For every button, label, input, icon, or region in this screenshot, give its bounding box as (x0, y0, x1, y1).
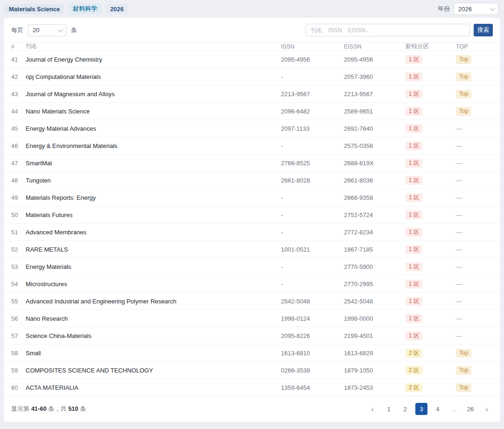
top-cell: — (456, 229, 493, 236)
table-row: 41 Journal of Energy Chemistry 2095-4956… (4, 51, 500, 68)
row-issn: 2096-6482 (281, 108, 344, 115)
row-index: 56 (11, 315, 26, 322)
zone-cell: 1 区 (406, 297, 456, 306)
top-cell: — (456, 194, 493, 201)
top-badge: Top (456, 107, 471, 116)
row-eissn: 1998-0000 (344, 315, 406, 322)
per-page-select[interactable]: 20 (28, 24, 66, 36)
table-row: 52 RARE METALS 1001-0521 1867-7185 1 区 — (4, 241, 500, 258)
row-issn: - (281, 211, 344, 218)
zone-badge: 2 区 (406, 383, 422, 392)
page-button-4[interactable]: 4 (432, 403, 444, 415)
row-journal-name: RARE METALS (26, 246, 281, 253)
page-button-3[interactable]: 3 (415, 403, 427, 415)
row-journal-name: npj Computational Materials (26, 73, 281, 80)
page-button-1[interactable]: 1 (383, 403, 395, 415)
top-cell: — (456, 263, 493, 270)
search-group: 搜索 (306, 24, 493, 36)
row-journal-name: ACTA MATERIALIA (26, 384, 281, 391)
row-issn: - (281, 194, 344, 201)
next-page-button[interactable]: › (481, 403, 493, 415)
zone-cell: 1 区 (406, 314, 456, 323)
pagination-pages: 1234...26 (378, 403, 476, 415)
table-row: 55 Advanced Industrial and Engineering P… (4, 293, 500, 310)
row-journal-name: Small (26, 350, 281, 357)
row-index: 59 (11, 367, 26, 374)
row-journal-name: Materials Reports: Energy (26, 194, 281, 201)
pagination: ‹ 1234...26 › (362, 403, 493, 415)
zone-cell: 1 区 (406, 159, 456, 168)
zone-cell: 1 区 (406, 211, 456, 219)
row-journal-name: Materials Futures (26, 211, 281, 218)
row-eissn: 2661-8036 (344, 177, 406, 184)
zone-badge: 1 区 (406, 211, 422, 219)
page-button-26[interactable]: 26 (464, 403, 476, 415)
row-eissn: 2199-4501 (344, 332, 406, 339)
no-top-dash: — (456, 246, 462, 253)
top-cell: — (456, 125, 493, 132)
summary-total: 510 (68, 405, 78, 412)
per-page-value: 20 (33, 27, 39, 34)
top-badge: Top (456, 383, 471, 392)
no-top-dash: — (456, 263, 462, 270)
column-header-journal-name: 刊名 (26, 42, 281, 50)
table-row: 43 Journal of Magnesium and Alloys 2213-… (4, 85, 500, 103)
no-top-dash: — (456, 160, 462, 167)
row-issn: 1613-6810 (281, 350, 344, 357)
top-cell: — (456, 142, 493, 149)
row-journal-name: COMPOSITES SCIENCE AND TECHNOLOGY (26, 367, 281, 374)
zone-cell: 1 区 (406, 262, 456, 271)
zone-cell: 1 区 (406, 193, 456, 202)
category-tag-chinese[interactable]: 材料科学 (69, 3, 101, 14)
row-issn: 2661-8028 (281, 177, 344, 184)
row-issn: - (281, 229, 344, 236)
row-eissn: 2213-9567 (344, 91, 406, 98)
category-tag-english[interactable]: Materials Science (5, 4, 64, 14)
row-eissn: 1613-6829 (344, 350, 406, 357)
top-cell: Top (456, 366, 493, 375)
row-journal-name: SmartMat (26, 160, 281, 167)
row-eissn: 2770-2995 (344, 281, 406, 288)
table-row: 45 Energy Material Advances 2097-1133 26… (4, 120, 500, 137)
search-button[interactable]: 搜索 (474, 24, 493, 36)
table-row: 53 Energy Materials - 2770-5900 1 区 — (4, 258, 500, 275)
table-row: 51 Advanced Membranes - 2772-8234 1 区 — (4, 224, 500, 241)
row-issn: 1998-0124 (281, 315, 344, 322)
zone-badge: 1 区 (406, 72, 422, 81)
zone-badge: 1 区 (406, 262, 422, 271)
row-eissn: 2752-5724 (344, 211, 406, 218)
search-input[interactable] (306, 24, 470, 36)
row-journal-name: Microstructures (26, 281, 281, 288)
row-eissn: 2542-5048 (344, 298, 406, 305)
row-journal-name: Energy Material Advances (26, 125, 281, 132)
row-eissn: 2692-7640 (344, 125, 406, 132)
row-issn: - (281, 142, 344, 149)
zone-badge: 1 区 (406, 176, 422, 185)
table-row: 47 SmartMat 2766-8525 2688-819X 1 区 — (4, 155, 500, 172)
zone-badge: 1 区 (406, 280, 422, 288)
page-button-2[interactable]: 2 (399, 403, 411, 415)
row-issn: - (281, 73, 344, 80)
zone-badge: 2 区 (406, 366, 422, 375)
year-tag[interactable]: 2026 (106, 4, 128, 14)
top-cell: Top (456, 107, 493, 116)
year-filter-label: 年份 (438, 5, 450, 13)
top-cell: Top (456, 383, 493, 392)
row-journal-name: Nano Research (26, 315, 281, 322)
year-select[interactable]: 2026 (454, 3, 498, 15)
row-index: 42 (11, 73, 26, 80)
top-cell: Top (456, 90, 493, 98)
table-footer: 显示第 41-60 条，共 510 条 ‹ 1234...26 › (4, 396, 500, 422)
no-top-dash: — (456, 194, 462, 201)
row-index: 60 (11, 384, 26, 391)
row-issn: 2097-1133 (281, 125, 344, 132)
pagination-ellipsis: ... (448, 403, 460, 415)
summary-range: 41-60 (31, 405, 47, 412)
row-journal-name: Tungsten (26, 177, 281, 184)
prev-page-button[interactable]: ‹ (366, 403, 378, 415)
no-top-dash: — (456, 332, 462, 339)
header-bar: Materials Science 材料科学 2026 年份 2026 (0, 0, 504, 18)
row-journal-name: Advanced Membranes (26, 229, 281, 236)
row-journal-name: Advanced Industrial and Engineering Poly… (26, 298, 281, 305)
row-journal-name: Energy & Environmental Materials (26, 142, 281, 149)
